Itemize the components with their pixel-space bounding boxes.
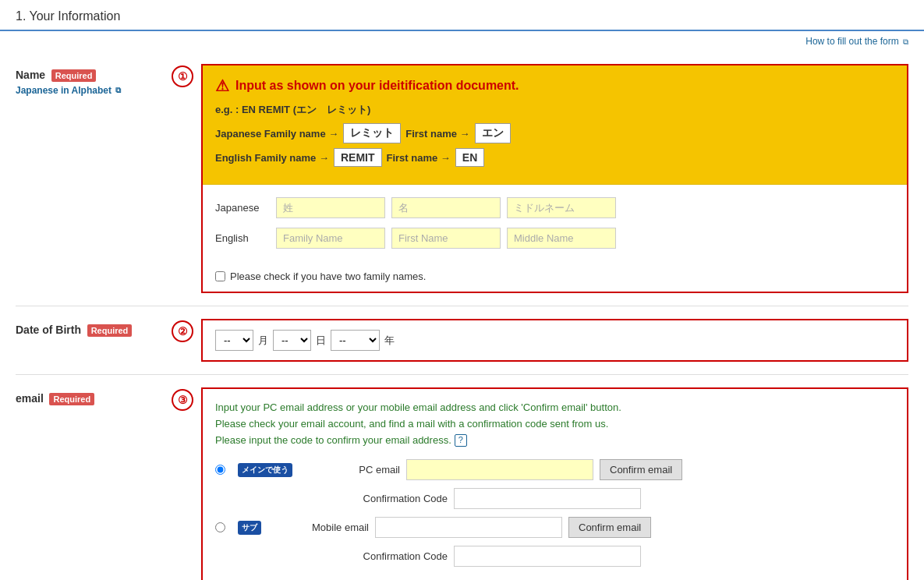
example-text: e.g. : EN REMIT (エン レミット) — [215, 103, 894, 117]
sub-label-external-icon: ⧉ — [115, 86, 121, 95]
dob-required-badge: Required — [87, 324, 133, 337]
name-label-col: Name Required Japanese in Alphabet ⧉ — [16, 64, 172, 96]
name-required-badge: Required — [51, 69, 97, 82]
mobile-email-input[interactable] — [375, 517, 562, 538]
dob-month-select[interactable]: -- 01020304 05060708 09101112 — [215, 330, 253, 351]
english-name-row: English — [215, 228, 894, 249]
name-fields: Japanese English — [203, 185, 907, 271]
name-row: Name Required Japanese in Alphabet ⧉ ① ⚠… — [16, 51, 908, 306]
pc-email-radio[interactable] — [215, 465, 225, 475]
pc-confirmation-row: Confirmation Code — [215, 488, 894, 509]
email-row: email Required ③ Input your PC email add… — [16, 375, 908, 580]
en-name-example-row: English Family name → REMIT First name →… — [215, 148, 894, 167]
mobile-confirmation-code-input[interactable] — [454, 546, 641, 567]
jp-first-name-input[interactable] — [391, 197, 501, 218]
email-label-col: email Required — [16, 387, 172, 405]
dob-day-select[interactable]: -- 0102030405 0607080910 1112131415 1617… — [273, 330, 311, 351]
jp-family-name-input[interactable] — [276, 197, 385, 218]
warning-title: ⚠ Input as shown on your ideitification … — [215, 76, 894, 95]
pc-email-row: メインで使う PC email Confirm email — [215, 459, 894, 480]
en-family-value: REMIT — [334, 148, 382, 167]
mobile-email-radio[interactable] — [215, 522, 225, 532]
en-middle-name-input[interactable] — [507, 228, 616, 249]
en-first-value: EN — [455, 148, 484, 167]
dob-box: -- 01020304 05060708 09101112 月 -- 01020… — [201, 319, 908, 362]
how-to-fill-link[interactable]: How to fill out the form ⧉ — [805, 36, 908, 47]
section-2-circle: ② — [172, 320, 193, 342]
two-family-names-checkbox[interactable] — [215, 271, 225, 281]
section-1-circle: ① — [172, 65, 193, 87]
en-first-name-input[interactable] — [391, 228, 501, 249]
name-field-label: Name Required — [16, 69, 172, 82]
name-content: ⚠ Input as shown on your ideitification … — [201, 64, 908, 293]
jp-name-example-row: Japanese Family name → レミット First name →… — [215, 123, 894, 143]
pc-email-input[interactable] — [406, 459, 593, 480]
pc-confirmation-code-input[interactable] — [454, 488, 641, 509]
month-kanji: 月 — [258, 334, 268, 348]
how-to-link[interactable]: How to fill out the form ⧉ — [0, 31, 924, 51]
section-3-circle: ③ — [172, 389, 193, 411]
pc-confirm-email-button[interactable]: Confirm email — [600, 459, 682, 480]
jp-family-value: レミット — [343, 123, 401, 143]
external-link-icon: ⧉ — [903, 37, 908, 46]
email-required-badge: Required — [49, 393, 94, 405]
email-instruction: Input your PC email address or your mobi… — [215, 400, 894, 448]
form-container: Name Required Japanese in Alphabet ⧉ ① ⚠… — [0, 51, 924, 580]
mobile-confirm-email-button[interactable]: Confirm email — [568, 517, 651, 538]
dob-year-select[interactable]: -- 1950196019701980 199020002010 — [331, 330, 380, 351]
help-icon[interactable]: ? — [455, 434, 467, 447]
email-content: Input your PC email address or your mobi… — [201, 387, 908, 580]
two-family-names-row: Please check if you have two family name… — [203, 271, 907, 292]
year-kanji: 年 — [384, 334, 395, 348]
yellow-banner: ⚠ Input as shown on your ideitification … — [203, 65, 907, 185]
mobile-email-row: サブ Mobile email Confirm email — [215, 517, 894, 538]
en-family-name-input[interactable] — [276, 228, 385, 249]
dob-content: -- 01020304 05060708 09101112 月 -- 01020… — [201, 319, 908, 362]
jp-first-value: エン — [475, 123, 511, 143]
japanese-alphabet-link[interactable]: Japanese in Alphabet ⧉ — [16, 85, 172, 96]
name-box: ⚠ Input as shown on your ideitification … — [201, 64, 908, 293]
email-box: Input your PC email address or your mobi… — [201, 387, 908, 580]
main-badge: メインで使う — [238, 463, 292, 477]
warning-triangle-icon: ⚠ — [215, 76, 229, 95]
mobile-confirmation-row: Confirmation Code — [215, 546, 894, 567]
page-title: 1. Your Information — [0, 0, 924, 31]
sub-badge: サブ — [238, 521, 261, 535]
day-kanji: 日 — [316, 334, 326, 348]
jp-middle-name-input[interactable] — [507, 197, 616, 218]
dob-label-col: Date of Birth Required — [16, 319, 172, 337]
japanese-name-row: Japanese — [215, 197, 894, 218]
dob-row: Date of Birth Required ② -- 01020304 050… — [16, 306, 908, 375]
